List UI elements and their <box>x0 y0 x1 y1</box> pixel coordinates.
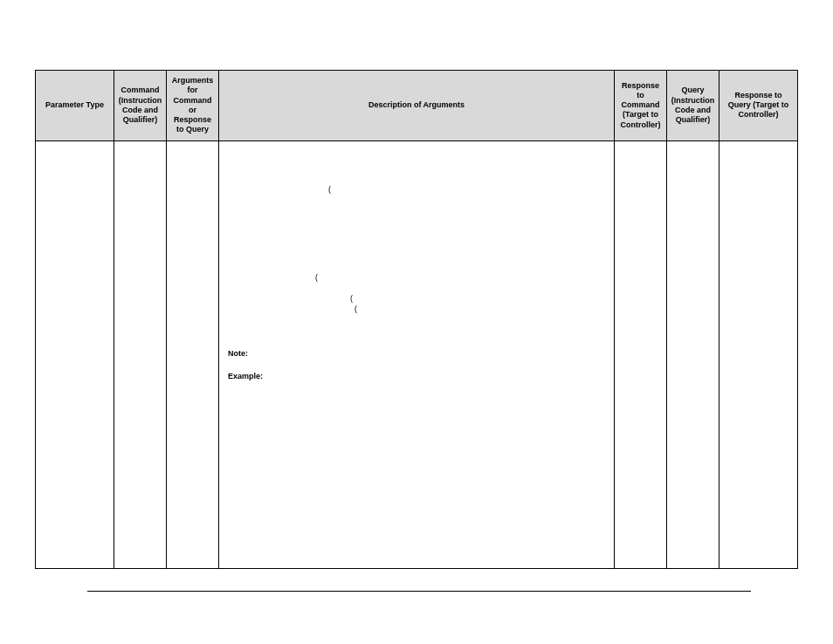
paren-marker-3: ( <box>350 294 609 305</box>
paren-marker-1: ( <box>328 185 609 195</box>
cell-response-command <box>615 140 667 568</box>
table-header-row: Parameter Type Command (Instruction Code… <box>36 71 798 141</box>
footer-divider <box>87 591 751 592</box>
header-parameter-type: Parameter Type <box>36 71 114 141</box>
document-page: Parameter Type Command (Instruction Code… <box>0 0 833 604</box>
header-command: Command (Instruction Code and Qualifier) <box>114 71 167 141</box>
header-query: Query (Instruction Code and Qualifier) <box>667 71 719 141</box>
paren-marker-2: ( <box>315 273 609 284</box>
header-description: Description of Arguments <box>219 71 615 141</box>
cell-description: ( ( ( ( Note: Example: <box>219 140 615 568</box>
example-label: Example: <box>228 372 609 382</box>
cell-arguments <box>167 140 219 568</box>
header-arguments: Arguments for Command or Response to Que… <box>167 71 219 141</box>
note-label: Note: <box>228 349 609 360</box>
paren-marker-4: ( <box>355 305 609 315</box>
header-response-query: Response to Query (Target to Controller) <box>719 71 798 141</box>
table-row: ( ( ( ( Note: Example: <box>36 140 798 568</box>
parameter-table: Parameter Type Command (Instruction Code… <box>35 70 798 569</box>
cell-query <box>667 140 719 568</box>
cell-command <box>114 140 167 568</box>
cell-response-query <box>719 140 798 568</box>
cell-parameter-type <box>36 140 114 568</box>
header-response-command: Response to Command (Target to Controlle… <box>615 71 667 141</box>
